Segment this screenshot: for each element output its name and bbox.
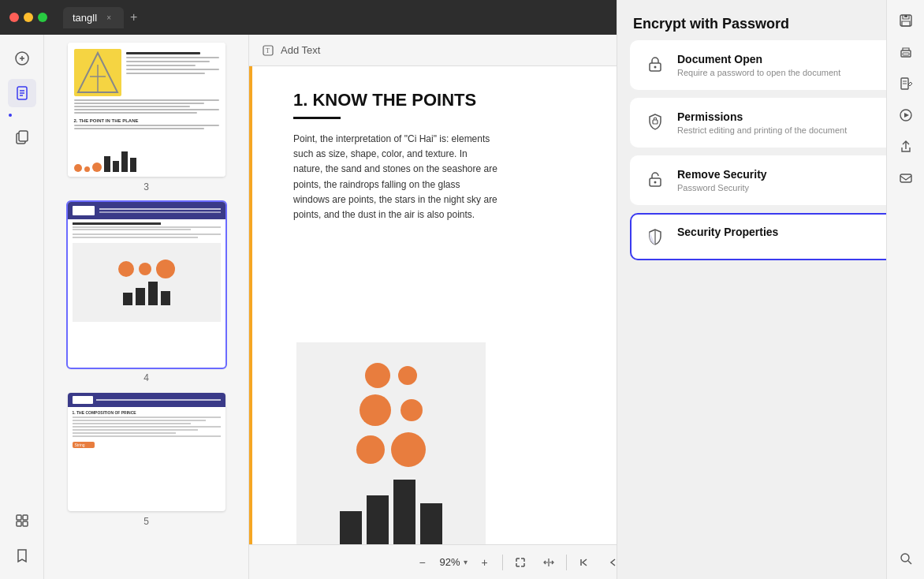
thumb-card-3[interactable]: 2. THE POINT IN THE PLANE (68, 43, 225, 177)
page5-num: 5 (143, 516, 149, 527)
main-layout: 2. THE POINT IN THE PLANE (0, 35, 924, 579)
minimize-button[interactable] (24, 13, 33, 22)
svg-text:T: T (266, 47, 270, 54)
option-document-open-title: Document Open (677, 53, 840, 65)
svg-rect-12 (19, 131, 28, 141)
tab-title: tangll (73, 12, 97, 24)
svg-rect-14 (23, 515, 28, 520)
option-permissions-title: Permissions (677, 110, 847, 123)
thumb-img-3: 2. THE POINT IN THE PLANE (68, 43, 225, 177)
first-page-button[interactable] (573, 551, 595, 573)
svg-rect-13 (17, 515, 21, 520)
option-remove-security-title: Remove Security (677, 168, 767, 181)
zoom-level: 92% (440, 556, 460, 568)
sidebar-item-copy[interactable] (8, 123, 36, 151)
option-document-open-text: Document Open Require a password to open… (677, 53, 840, 77)
option-remove-security[interactable]: Remove Security Password Security (630, 155, 911, 205)
thumb-card-4[interactable] (68, 202, 225, 368)
zoom-dropdown-icon[interactable]: ▾ (464, 558, 468, 566)
page3-num: 3 (143, 181, 149, 192)
add-text-label[interactable]: Add Text (281, 44, 320, 56)
sidebar-item-grid[interactable] (8, 506, 36, 535)
active-tab[interactable]: tangll × (63, 7, 124, 28)
thumb-img-5: 1. THE COMPOSITION OF PRINCE String (68, 393, 225, 511)
zoom-out-button[interactable]: − (412, 551, 434, 573)
pdf-body-text: Point, the interpretation of "Ci Hai" is… (293, 132, 498, 222)
thumb-card-5[interactable]: 1. THE COMPOSITION OF PRINCE String (68, 393, 225, 511)
sep1 (502, 555, 503, 570)
thumbnail-page4[interactable]: 4 (52, 202, 240, 383)
lock-icon (644, 53, 666, 75)
search-icon[interactable] (893, 546, 918, 571)
thumbnail-page5[interactable]: 1. THE COMPOSITION OF PRINCE String 5 (52, 393, 240, 527)
encrypt-title: Encrypt with Password (617, 0, 924, 40)
fit-width-button[interactable] (538, 551, 560, 573)
sidebar-item-document[interactable] (8, 79, 36, 107)
mail-icon[interactable] (893, 166, 918, 191)
shield-lock-icon (644, 110, 666, 133)
option-permissions-desc: Restrict editing and printing of the doc… (677, 125, 847, 135)
content-image (296, 342, 486, 571)
option-remove-security-text: Remove Security Password Security (677, 168, 767, 192)
option-permissions[interactable]: Permissions Restrict editing and printin… (630, 98, 911, 148)
tab-close-button[interactable]: × (103, 12, 114, 23)
shield-half-icon (644, 226, 666, 248)
page-accent (249, 66, 252, 579)
option-remove-security-desc: Password Security (677, 183, 767, 192)
svg-point-30 (654, 181, 657, 184)
sidebar-item-edit[interactable] (8, 44, 36, 73)
lock-open-icon (644, 168, 666, 190)
option-security-properties[interactable]: Security Properties (630, 213, 911, 260)
option-security-properties-title: Security Properties (677, 226, 778, 238)
svg-rect-34 (903, 53, 909, 55)
page4-num: 4 (143, 372, 149, 383)
new-tab-button[interactable]: + (127, 7, 140, 28)
heading-underline (293, 117, 341, 119)
maximize-button[interactable] (38, 13, 47, 22)
text-tool-icon: T (262, 44, 274, 57)
thumbnail-panel: 2. THE POINT IN THE PLANE (44, 35, 249, 579)
thumbnail-page3[interactable]: 2. THE POINT IN THE PLANE (52, 43, 240, 192)
print-icon[interactable] (893, 39, 918, 65)
sidebar (0, 35, 44, 579)
thumb-img-4 (68, 202, 225, 368)
traffic-lights (9, 13, 47, 22)
option-document-open-desc: Require a password to open the document (677, 68, 840, 77)
encrypt-options: Document Open Require a password to open… (617, 40, 924, 579)
play-icon[interactable] (893, 103, 918, 128)
svg-point-27 (654, 66, 657, 69)
svg-rect-28 (653, 120, 658, 124)
share-icon[interactable] (893, 134, 918, 159)
zoom-in-button[interactable]: + (474, 551, 496, 573)
svg-rect-39 (900, 174, 911, 182)
svg-rect-16 (23, 521, 28, 526)
option-permissions-text: Permissions Restrict editing and printin… (677, 110, 847, 135)
svg-rect-15 (17, 521, 21, 526)
zoom-display: 92% ▾ (440, 556, 468, 568)
right-toolbar (886, 0, 924, 579)
sidebar-item-bookmark[interactable] (8, 541, 36, 570)
close-button[interactable] (9, 13, 19, 22)
active-dot (9, 114, 12, 117)
encrypt-panel: Encrypt with Password Document Open Requ… (617, 0, 924, 579)
option-security-properties-text: Security Properties (677, 226, 778, 238)
fit-page-button[interactable] (509, 551, 531, 573)
sep2 (566, 555, 567, 570)
save-pdf-icon[interactable] (893, 8, 918, 33)
option-document-open[interactable]: Document Open Require a password to open… (630, 40, 911, 90)
edit-pdf-icon[interactable] (893, 71, 918, 96)
svg-point-40 (901, 554, 909, 562)
svg-line-41 (908, 561, 911, 564)
svg-rect-32 (904, 15, 907, 17)
